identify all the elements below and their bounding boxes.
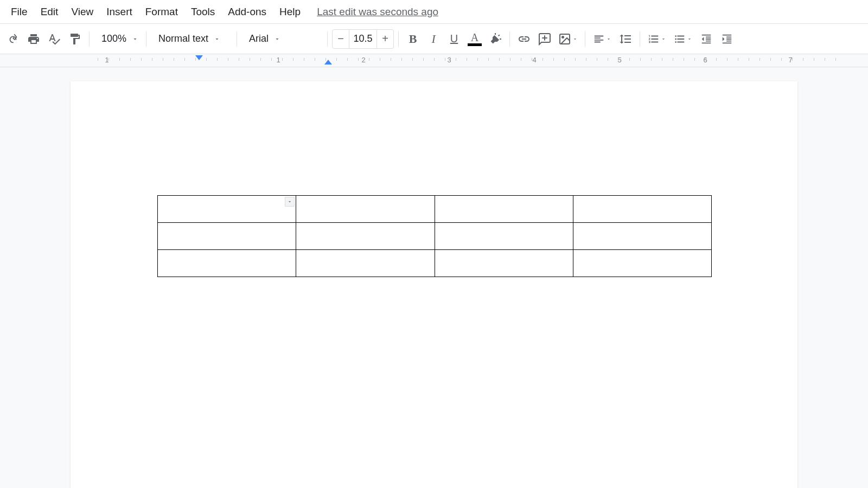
toolbar: 100% Normal text Arial − + B I U A [0,24,868,54]
paragraph-style-select[interactable]: Normal text [151,29,232,49]
page[interactable] [71,81,797,488]
last-edit-link[interactable]: Last edit was seconds ago [317,6,438,18]
ruler-tick [814,58,814,61]
increase-indent-button[interactable] [717,29,737,49]
ruler-tick [825,58,825,61]
ruler-tick [749,58,749,61]
table-cell[interactable] [296,223,435,250]
zoom-select[interactable]: 100% [94,29,142,49]
ruler-tick [250,58,250,61]
decrease-indent-button[interactable] [697,29,716,49]
caret-down-icon [572,36,578,42]
align-button[interactable] [590,29,615,49]
ruler-tick [640,58,641,61]
numbered-list-icon [648,33,660,45]
menu-format[interactable]: Format [139,3,184,21]
ruler-tick [358,58,359,61]
table-cell[interactable] [573,223,711,250]
ruler-tick [521,58,521,61]
menu-edit[interactable]: Edit [34,3,65,21]
separator [640,31,640,47]
menu-insert[interactable]: Insert [100,3,139,21]
ruler[interactable]: 11234567 [0,54,868,67]
separator [146,31,146,47]
table-row[interactable] [158,223,712,250]
ruler-tick [651,58,652,61]
separator [398,31,399,47]
italic-icon: I [431,32,435,46]
caret-down-icon [606,36,611,42]
add-comment-button[interactable] [535,29,554,49]
underline-button[interactable]: U [444,29,464,49]
increase-font-size-button[interactable]: + [376,29,394,49]
ruler-tick [412,58,413,61]
image-icon [558,33,571,46]
ruler-tick [510,58,510,61]
bulleted-list-icon [674,33,686,45]
font-select[interactable]: Arial [241,29,323,49]
left-indent-marker[interactable] [324,60,332,65]
table-cell[interactable] [296,196,435,223]
table-cell[interactable] [435,250,573,277]
ruler-tick [738,58,738,61]
italic-button[interactable]: I [424,29,443,49]
font-value: Arial [249,33,269,44]
ruler-tick [271,58,272,61]
ruler-tick [369,58,369,61]
ruler-tick [119,58,120,61]
redo-button[interactable] [3,29,23,49]
line-spacing-button[interactable] [616,29,635,49]
ruler-tick [586,58,586,61]
ruler-tick [456,58,456,61]
menu-view[interactable]: View [65,3,100,21]
ruler-tick [662,58,662,61]
highlight-icon [489,33,502,46]
ruler-tick [542,58,543,61]
ruler-number: 4 [532,56,536,64]
table-cell[interactable] [573,196,711,223]
print-icon [27,33,40,46]
table-row[interactable] [158,196,712,223]
table-cell[interactable] [158,250,296,277]
menu-file[interactable]: File [4,3,34,21]
ruler-tick [467,58,467,61]
ruler-tick [336,58,337,61]
ruler-tick [781,58,782,61]
bulleted-list-button[interactable] [671,29,695,49]
ruler-tick [228,58,228,61]
ruler-tick [532,58,532,61]
table-cell[interactable] [435,196,573,223]
ruler-number: 3 [447,56,451,64]
line-spacing-icon [619,33,632,46]
table-cell[interactable] [435,223,573,250]
document-table[interactable] [157,195,712,277]
cell-menu-handle[interactable] [285,197,295,207]
first-line-indent-marker[interactable] [195,55,203,60]
menu-tools[interactable]: Tools [184,3,221,21]
insert-image-button[interactable] [556,29,580,49]
menu-help[interactable]: Help [273,3,307,21]
table-cell[interactable] [573,250,711,277]
insert-link-button[interactable] [514,29,534,49]
bold-button[interactable]: B [403,29,423,49]
ruler-tick [282,58,283,61]
caret-down-icon [687,36,692,42]
table-cell[interactable] [158,223,296,250]
table-row[interactable] [158,250,712,277]
ruler-tick [152,58,152,61]
table-cell[interactable] [296,250,435,277]
table-cell[interactable] [158,196,296,223]
font-size-input[interactable] [349,29,376,49]
text-color-button[interactable]: A [465,29,484,49]
menu-addons[interactable]: Add-ons [221,3,273,21]
numbered-list-button[interactable] [644,29,669,49]
spellcheck-button[interactable] [44,29,64,49]
ruler-tick [380,58,380,61]
decrease-font-size-button[interactable]: − [332,29,349,49]
highlight-color-button[interactable] [486,29,505,49]
print-button[interactable] [24,29,43,49]
paint-format-button[interactable] [65,29,85,49]
ruler-tick [174,58,174,61]
ruler-tick [673,58,673,61]
ruler-tick [347,58,348,61]
